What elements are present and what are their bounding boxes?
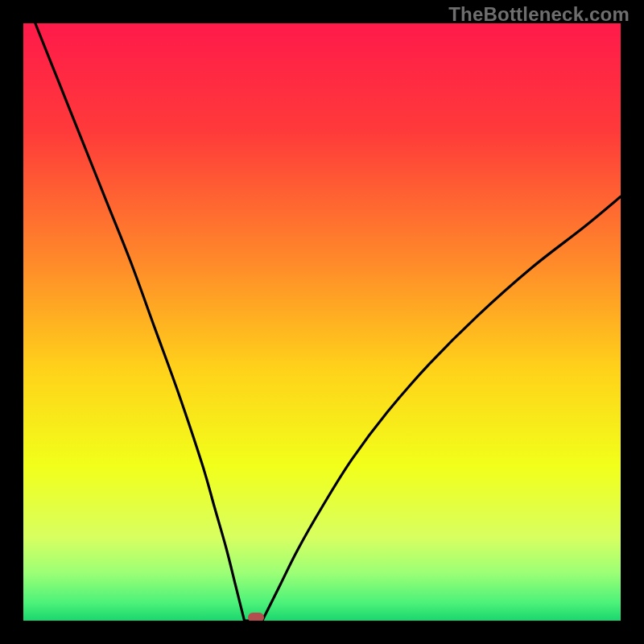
optimal-point-marker [248, 613, 264, 621]
watermark-text: TheBottleneck.com [448, 3, 630, 26]
bottleneck-curve [23, 23, 621, 621]
chart-frame: TheBottleneck.com [0, 0, 644, 644]
plot-area [23, 23, 621, 621]
